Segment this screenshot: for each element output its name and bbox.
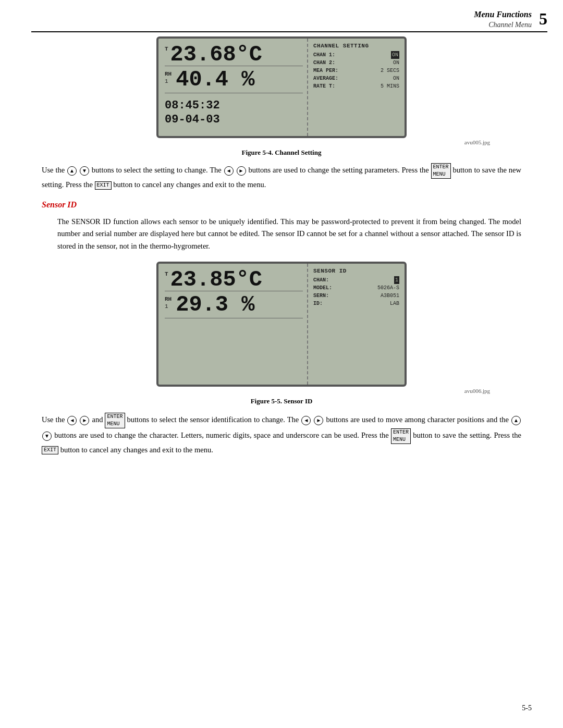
mea-per-row: MEA PER: 2 SECS [313, 67, 399, 75]
figure2-caption: Figure 5-5. Sensor ID [251, 397, 313, 405]
right-icon-p2: ► [80, 416, 89, 425]
chan1-row: CHAN 1: ON [313, 51, 399, 59]
sensor-id-section-title: Sensor ID [42, 200, 521, 209]
left-icon-p2: ◄ [67, 416, 77, 425]
sensor-id-row: ID: LAB [313, 300, 399, 307]
figure1-caption: Figure 5-4. Channel Setting [242, 149, 322, 157]
lcd-screen-2: T 23.85°C RH 1 29.3 % SENSOR ID CHAN: [156, 262, 407, 387]
temp-row-2: T 23.85°C [165, 269, 303, 291]
rh-label-2: RH [165, 296, 172, 302]
header-channel-menu: Channel Menu [474, 20, 532, 30]
exit-button-p2[interactable]: EXIT [42, 446, 58, 454]
enter-menu-button[interactable]: ENTERMENU [431, 163, 451, 179]
temp-value-2: 23.85°C [170, 269, 262, 291]
channel-num-2: 1 [165, 303, 172, 310]
paragraph-2: Use the ◄ ► and ENTERMENU buttons to sel… [42, 413, 521, 456]
lcd-screen-1: T 23.68°C RH 1 40.4 % 08:45:32 09-04-03 … [156, 36, 407, 138]
rh-row: RH 1 40.4 % [165, 69, 303, 91]
sensor-id-body: The SENSOR ID function allows each senso… [57, 216, 521, 252]
up-icon-p2: ▲ [511, 416, 521, 425]
enter-menu-button-p2[interactable]: ENTERMENU [105, 413, 125, 428]
temp-value: 23.68°C [170, 44, 262, 66]
channel-setting-title: CHANNEL SETTING [313, 43, 399, 49]
figure2-avu-label: avu006.jpg [464, 388, 490, 394]
channel-num: 1 [165, 78, 172, 84]
lcd-right-panel-1: CHANNEL SETTING CHAN 1: ON CHAN 2: ON ME… [308, 39, 405, 136]
temp-row: T 23.68°C [165, 44, 303, 66]
average-row: AVERAGE: ON [313, 75, 399, 82]
down-icon-p2: ▼ [42, 431, 52, 441]
left-icon-p2b: ◄ [301, 416, 311, 425]
up-arrow-icon: ▲ [67, 166, 77, 176]
right-arrow-icon: ► [237, 166, 246, 176]
rh-value-2: 29.3 % [176, 294, 254, 316]
sensor-id-title: SENSOR ID [313, 268, 399, 274]
enter-menu-button-p2c[interactable]: ENTERMENU [391, 428, 411, 444]
header-menu-functions: Menu Functions [474, 9, 532, 20]
page-footer: 5-5 [31, 704, 532, 712]
figure-2-container: T 23.85°C RH 1 29.3 % SENSOR ID CHAN: [42, 262, 521, 405]
figure1-avu-label: avu005.jpg [464, 139, 490, 145]
page-content: T 23.68°C RH 1 40.4 % 08:45:32 09-04-03 … [42, 36, 521, 456]
lcd-time: 08:45:32 [165, 99, 303, 112]
rate-t-row: RATE T: 5 MINS [313, 82, 399, 90]
rh-label: RH [165, 71, 172, 77]
lcd-right-panel-2: SENSOR ID CHAN: 1 MODEL: 5026A-S SERN: A… [308, 264, 405, 385]
chan2-row: CHAN 2: ON [313, 59, 399, 67]
rh-value: 40.4 % [176, 69, 254, 91]
lcd-left-panel-1: T 23.68°C RH 1 40.4 % 08:45:32 09-04-03 [158, 39, 308, 136]
temp-label-2: T [165, 271, 168, 277]
rh-row-2: RH 1 29.3 % [165, 294, 303, 316]
sensor-model-row: MODEL: 5026A-S [313, 284, 399, 292]
header-page-number: 5 [539, 9, 547, 29]
left-arrow-icon: ◄ [224, 166, 234, 176]
header-divider [31, 31, 547, 32]
temp-label: T [165, 46, 168, 52]
paragraph-1: Use the ▲ ▼ buttons to select the settin… [42, 163, 521, 191]
right-icon-p2b: ► [314, 416, 323, 425]
figure-1-container: T 23.68°C RH 1 40.4 % 08:45:32 09-04-03 … [42, 36, 521, 157]
sensor-chan-row: CHAN: 1 [313, 276, 399, 284]
down-arrow-icon: ▼ [80, 166, 89, 176]
lcd-date: 09-04-03 [165, 113, 303, 126]
page-header: Menu Functions Channel Menu [474, 9, 532, 30]
lcd-left-panel-2: T 23.85°C RH 1 29.3 % [158, 264, 308, 385]
footer-page-number: 5-5 [522, 704, 532, 712]
exit-button[interactable]: EXIT [95, 181, 112, 190]
sensor-sern-row: SERN: A3B051 [313, 292, 399, 300]
